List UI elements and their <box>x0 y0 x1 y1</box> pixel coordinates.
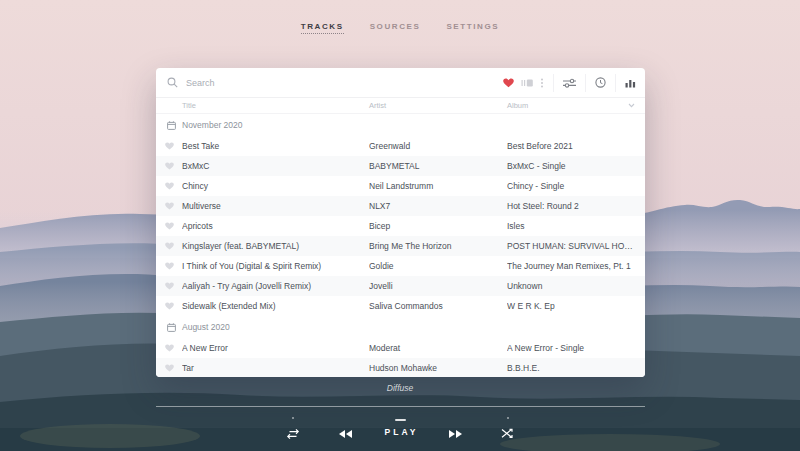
track-album: POST HUMAN: SURVIVAL HORROR <box>507 241 645 251</box>
favorite-heart-icon[interactable] <box>165 262 174 270</box>
track-row[interactable]: I Think of You (Digital & Spirit Remix) … <box>156 256 645 276</box>
track-album: Best Before 2021 <box>507 141 645 151</box>
track-artist: NLX7 <box>369 201 507 211</box>
track-row[interactable]: Apricots Bicep Isles <box>156 216 645 236</box>
favorite-heart-icon[interactable] <box>165 162 174 170</box>
toolbar-group-favorites <box>494 74 553 92</box>
track-album: Hot Steel: Round 2 <box>507 201 645 211</box>
track-artist: Jovelli <box>369 281 507 291</box>
track-artist: Greenwald <box>369 141 507 151</box>
top-navigation: TRACKS SOURCES SETTINGS <box>0 22 800 34</box>
track-album: Chincy - Single <box>507 181 645 191</box>
track-album: W E R K. Ep <box>507 301 645 311</box>
track-title: Kingslayer (feat. BABYMETAL) <box>182 241 369 251</box>
date-group-header: November 2020 <box>156 114 645 136</box>
seek-bar-line <box>156 406 645 407</box>
track-album: Isles <box>507 221 645 231</box>
toolbar-group-filters <box>553 74 585 92</box>
search-toolbar <box>156 68 645 98</box>
nav-tab-settings[interactable]: SETTINGS <box>446 22 499 34</box>
track-artist: Bicep <box>369 221 507 231</box>
favorite-heart-icon[interactable] <box>165 202 174 210</box>
track-row[interactable]: Tar Hudson Mohawke B.B.H.E. <box>156 358 645 377</box>
date-group-label: November 2020 <box>182 120 242 130</box>
track-row[interactable]: Aaliyah - Try Again (Jovelli Remix) Jove… <box>156 276 645 296</box>
toolbar-group-equalizer <box>615 74 645 92</box>
track-row[interactable]: Sidewalk (Extended Mix) Saliva Commandos… <box>156 296 645 316</box>
track-artist: Hudson Mohawke <box>369 363 507 373</box>
favorite-heart-icon[interactable] <box>165 182 174 190</box>
favorite-heart-icon[interactable] <box>165 364 174 372</box>
track-row[interactable]: Kingslayer (feat. BABYMETAL) Bring Me Th… <box>156 236 645 256</box>
favorite-heart-icon[interactable] <box>165 222 174 230</box>
track-row[interactable]: Multiverse NLX7 Hot Steel: Round 2 <box>156 196 645 216</box>
calendar-icon <box>167 323 176 332</box>
track-row[interactable]: BxMxC BABYMETAL BxMxC - Single <box>156 156 645 176</box>
date-group-header: August 2020 <box>156 316 645 338</box>
track-title: A New Error <box>182 343 369 353</box>
track-artist: Bring Me The Horizon <box>369 241 507 251</box>
toolbar-group-history <box>585 74 615 92</box>
track-title: Best Take <box>182 141 369 151</box>
track-title: Aaliyah - Try Again (Jovelli Remix) <box>182 281 369 291</box>
track-album: The Journey Man Remixes, Pt. 1 <box>507 261 645 271</box>
column-header-album[interactable]: Album <box>507 101 528 110</box>
track-title: Apricots <box>182 221 369 231</box>
now-playing-icon[interactable] <box>521 78 533 88</box>
tracks-panel: Title Artist Album November 2020 <box>156 68 645 377</box>
history-clock-icon[interactable] <box>595 77 606 88</box>
column-header-title[interactable]: Title <box>182 101 369 110</box>
nav-tab-sources[interactable]: SOURCES <box>370 22 421 34</box>
seek-bar[interactable] <box>156 405 645 408</box>
track-title: I Think of You (Digital & Spirit Remix) <box>182 261 369 271</box>
track-row[interactable]: A New Error Moderat A New Error - Single <box>156 338 645 358</box>
track-row[interactable]: Best Take Greenwald Best Before 2021 <box>156 136 645 156</box>
track-artist: Moderat <box>369 343 507 353</box>
track-album: BxMxC - Single <box>507 161 645 171</box>
favorites-heart-icon[interactable] <box>503 78 514 88</box>
play-button[interactable]: PLAY <box>0 427 800 437</box>
favorite-heart-icon[interactable] <box>165 344 174 352</box>
track-artist: Goldie <box>369 261 507 271</box>
calendar-icon <box>167 121 176 130</box>
favorite-heart-icon[interactable] <box>165 142 174 150</box>
app-name-label: Diffuse <box>0 383 800 393</box>
track-artist: Neil Landstrumm <box>369 181 507 191</box>
track-album: B.B.H.E. <box>507 363 645 373</box>
track-title: Chincy <box>182 181 369 191</box>
track-album: Unknown <box>507 281 645 291</box>
equalizer-icon[interactable] <box>625 78 636 88</box>
track-row[interactable]: Chincy Neil Landstrumm Chincy - Single <box>156 176 645 196</box>
filter-sliders-icon[interactable] <box>563 78 576 88</box>
sort-chevron-down-icon[interactable] <box>628 103 635 108</box>
favorite-heart-icon[interactable] <box>165 302 174 310</box>
search-input[interactable] <box>178 78 494 88</box>
track-list: November 2020 Best Take Greenwald Best B… <box>156 114 645 377</box>
track-artist: BABYMETAL <box>369 161 507 171</box>
track-title: Tar <box>182 363 369 373</box>
overflow-menu-icon[interactable] <box>540 78 544 88</box>
favorite-heart-icon[interactable] <box>165 282 174 290</box>
app-stage: TRACKS SOURCES SETTINGS <box>0 0 800 451</box>
nav-tab-tracks[interactable]: TRACKS <box>301 22 344 34</box>
date-group-label: August 2020 <box>182 322 230 332</box>
track-album: A New Error - Single <box>507 343 645 353</box>
track-title: Sidewalk (Extended Mix) <box>182 301 369 311</box>
search-icon <box>167 77 178 88</box>
track-artist: Saliva Commandos <box>369 301 507 311</box>
track-title: Multiverse <box>182 201 369 211</box>
table-header: Title Artist Album <box>156 98 645 114</box>
column-header-artist[interactable]: Artist <box>369 101 507 110</box>
favorite-heart-icon[interactable] <box>165 242 174 250</box>
track-title: BxMxC <box>182 161 369 171</box>
